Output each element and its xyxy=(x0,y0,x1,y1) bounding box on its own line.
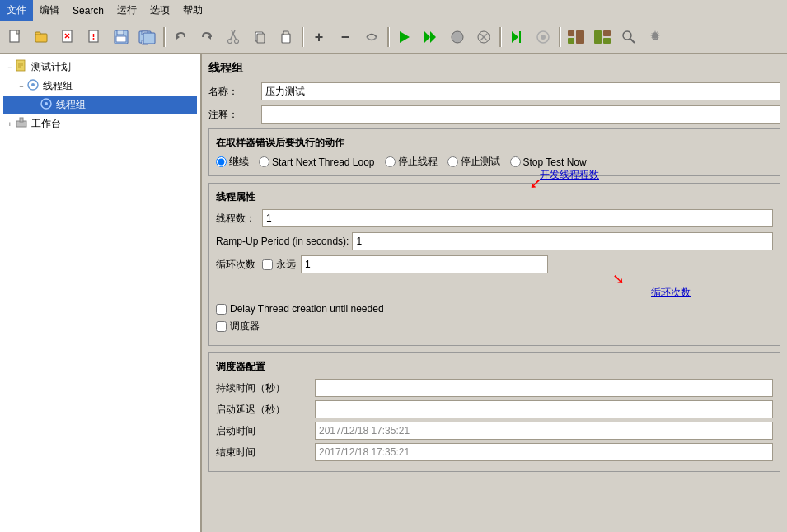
new-button[interactable] xyxy=(3,25,28,49)
start-no-pauses-button[interactable] xyxy=(419,25,443,49)
sep3 xyxy=(386,25,391,49)
radio-stop-test-now[interactable]: Stop Test Now xyxy=(510,156,587,168)
radio-group: 继续 Start Next Thread Loop 停止线程 停止测试 xyxy=(216,155,773,169)
remote-start-button[interactable] xyxy=(504,25,529,49)
thread-count-input[interactable] xyxy=(262,209,773,227)
radio-start-next[interactable]: Start Next Thread Loop xyxy=(259,156,375,168)
save-button[interactable] xyxy=(109,25,134,49)
name-row: 名称： xyxy=(208,82,780,100)
error-button[interactable] xyxy=(82,25,107,49)
saveall-button[interactable] xyxy=(135,25,160,49)
annotation-thread-link[interactable]: 开发线程程数 xyxy=(540,168,599,182)
error-section-title: 在取样器错误后要执行的动作 xyxy=(216,136,773,150)
left-panel: − 测试计划 − 线程组 线程组 + xyxy=(0,54,202,532)
startup-delay-input[interactable] xyxy=(315,400,773,418)
start-button[interactable] xyxy=(392,25,417,49)
rampup-input[interactable] xyxy=(352,232,773,250)
remove-button[interactable]: − xyxy=(333,25,358,49)
close-button[interactable] xyxy=(56,25,81,49)
svg-rect-41 xyxy=(603,30,611,36)
thread-count-row: 线程数： xyxy=(216,209,773,227)
thread-group-icon-2 xyxy=(40,97,53,113)
expand-icon: − xyxy=(5,63,15,72)
open-button[interactable] xyxy=(30,25,54,49)
comment-input[interactable] xyxy=(261,105,780,124)
annotation-thread-count: 开发线程程数 xyxy=(540,168,599,182)
svg-point-29 xyxy=(452,31,463,43)
annotation-loop-link[interactable]: 循环次数 xyxy=(651,287,691,298)
thread-group-icon-1 xyxy=(26,78,40,94)
menu-search[interactable]: Search xyxy=(66,2,110,20)
svg-marker-27 xyxy=(424,31,430,43)
expand-tree-button[interactable] xyxy=(564,25,588,49)
svg-rect-23 xyxy=(257,34,265,43)
scheduler-row: 调度器 xyxy=(216,320,773,334)
menu-run[interactable]: 运行 xyxy=(110,0,143,21)
scheduler-section-title: 调度器配置 xyxy=(216,360,773,374)
collapse-tree-button[interactable] xyxy=(590,25,615,49)
rampup-label: Ramp-Up Period (in seconds): xyxy=(216,236,349,247)
svg-rect-39 xyxy=(576,30,584,44)
sep1 xyxy=(162,25,166,49)
svg-rect-46 xyxy=(16,60,25,71)
toggle-button[interactable] xyxy=(359,25,384,49)
copy-button[interactable] xyxy=(247,25,272,49)
comment-label: 注释： xyxy=(208,108,258,122)
tree-item-thread-group-2[interactable]: 线程组 xyxy=(3,96,197,114)
scheduler-checkbox-label[interactable]: 调度器 xyxy=(216,320,260,334)
svg-point-7 xyxy=(93,38,95,40)
tree-item-test-plan[interactable]: − 测试计划 xyxy=(3,58,197,77)
svg-rect-15 xyxy=(143,33,155,44)
start-time-label: 启动时间 xyxy=(216,424,315,438)
radio-stop-test[interactable]: 停止测试 xyxy=(447,155,500,169)
loop-forever-checkbox[interactable] xyxy=(262,259,273,270)
menu-options[interactable]: 选项 xyxy=(143,0,176,21)
cut-button[interactable] xyxy=(221,25,246,49)
delay-thread-label[interactable]: Delay Thread creation until needed xyxy=(216,303,384,315)
scheduler-checkbox[interactable] xyxy=(216,321,227,332)
sep4 xyxy=(498,25,503,49)
search-toolbar-button[interactable] xyxy=(616,25,641,49)
annotation-loop-label: 循环次数 xyxy=(651,286,691,300)
svg-marker-17 xyxy=(208,35,211,40)
svg-rect-40 xyxy=(594,30,602,44)
redo-button[interactable] xyxy=(194,25,219,49)
svg-rect-24 xyxy=(282,34,290,43)
test-plan-label: 测试计划 xyxy=(31,60,71,74)
tree-item-workbench[interactable]: + 工作台 xyxy=(3,114,197,133)
radio-continue[interactable]: 继续 xyxy=(216,155,249,169)
loop-count-input[interactable] xyxy=(301,255,548,273)
delay-thread-checkbox[interactable] xyxy=(216,304,227,315)
paste-button[interactable] xyxy=(274,25,298,49)
svg-rect-55 xyxy=(20,118,23,122)
start-time-input[interactable] xyxy=(315,422,773,440)
start-time-row: 启动时间 xyxy=(216,422,773,440)
add-button[interactable]: + xyxy=(307,25,331,49)
radio-stop-thread[interactable]: 停止线程 xyxy=(385,155,438,169)
expand-icon-4: + xyxy=(5,120,15,128)
undo-button[interactable] xyxy=(168,25,193,49)
duration-input[interactable] xyxy=(315,379,773,397)
arrow-thread: ➘ xyxy=(529,175,541,193)
duration-row: 持续时间（秒） xyxy=(216,379,773,397)
tree-item-thread-group-1[interactable]: − 线程组 xyxy=(3,77,197,96)
settings-button[interactable] xyxy=(643,25,668,49)
menu-help[interactable]: 帮助 xyxy=(176,0,209,21)
svg-point-51 xyxy=(31,83,35,86)
name-input[interactable] xyxy=(261,82,780,100)
sep5 xyxy=(557,25,562,49)
stop-now-button[interactable] xyxy=(471,25,496,49)
end-time-input[interactable] xyxy=(315,443,773,461)
startup-delay-row: 启动延迟（秒） xyxy=(216,400,773,418)
svg-rect-11 xyxy=(116,36,126,42)
menu-edit[interactable]: 编辑 xyxy=(33,0,66,21)
remote-stop-button[interactable] xyxy=(531,25,555,49)
menu-file[interactable]: 文件 xyxy=(0,0,33,21)
delay-thread-row: Delay Thread creation until needed xyxy=(216,303,773,315)
svg-marker-33 xyxy=(512,31,518,43)
error-action-section: 在取样器错误后要执行的动作 继续 Start Next Thread Loop … xyxy=(208,128,780,176)
svg-rect-37 xyxy=(568,30,574,36)
thread-props-wrapper: 开发线程程数 ➘ 线程属性 线程数： Ramp-Up Period (in se… xyxy=(208,183,780,346)
stop-button[interactable] xyxy=(445,25,470,49)
loop-forever-label[interactable]: 永远 xyxy=(262,258,296,272)
